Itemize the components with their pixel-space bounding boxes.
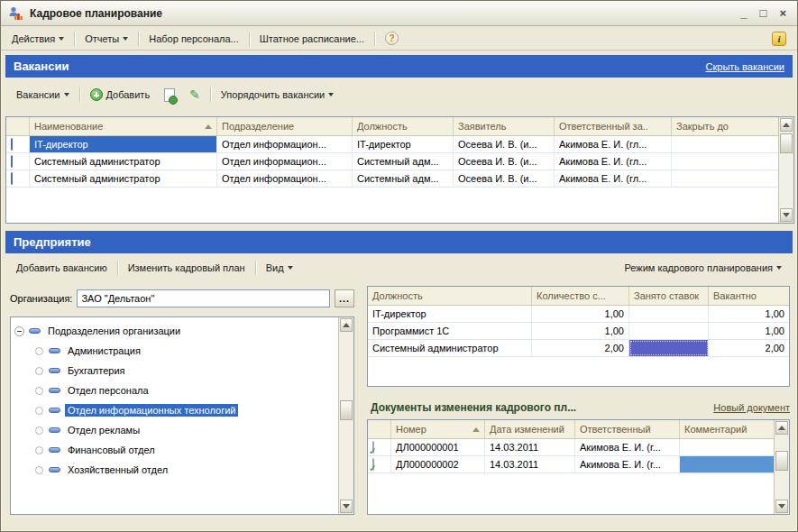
- view-menu-button[interactable]: Вид: [259, 259, 300, 277]
- tree-item-department[interactable]: Отдел рекламы: [11, 420, 338, 440]
- scrollbar-thumb[interactable]: [780, 133, 793, 153]
- copy-vacancy-button[interactable]: [157, 85, 182, 105]
- tree-item-label[interactable]: Отдел рекламы: [65, 424, 142, 436]
- vacancy-responsible-cell[interactable]: Акимова Е. И. (гл...: [555, 170, 672, 187]
- tree-item-label[interactable]: Финансовый отдел: [65, 444, 158, 456]
- vacancy-applicant-cell[interactable]: Осеева И. В. (и...: [454, 153, 555, 170]
- document-row[interactable]: ДЛ000000002 14.03.2011 Акимова Е. И. (г.…: [368, 456, 774, 473]
- vacancy-close-by-cell[interactable]: [672, 153, 778, 170]
- column-header-occupied[interactable]: Занято ставок: [629, 287, 709, 305]
- document-date-cell[interactable]: 14.03.2011: [485, 456, 575, 472]
- vacancy-applicant-cell[interactable]: Осеева И. В. (и...: [454, 170, 555, 187]
- document-responsible-cell[interactable]: Акимова Е. И. (г...: [575, 439, 680, 455]
- maximize-button[interactable]: □: [760, 7, 767, 19]
- vacancy-position-cell[interactable]: Системный адм...: [353, 153, 454, 170]
- edit-vacancy-button[interactable]: ✎: [182, 85, 207, 105]
- vacancy-close-by-cell[interactable]: [672, 136, 778, 152]
- tree-item-department[interactable]: Бухгалтерия: [11, 361, 338, 381]
- scroll-up-button[interactable]: [775, 421, 788, 435]
- position-vacant-cell[interactable]: 1,00: [709, 323, 789, 339]
- position-vacant-cell[interactable]: 2,00: [709, 340, 789, 356]
- new-document-link[interactable]: Новый документ: [713, 402, 790, 413]
- column-header-position[interactable]: Должность: [353, 117, 454, 135]
- order-vacancies-menu-button[interactable]: Упорядочить вакансии: [214, 86, 341, 104]
- add-vacancy-action-button[interactable]: Добавить вакансию: [9, 259, 115, 277]
- position-count-cell[interactable]: 2,00: [532, 340, 629, 356]
- tree-item-department[interactable]: Хозяйственный отдел: [11, 460, 338, 480]
- position-row[interactable]: Системный администратор 2,00 2,00: [368, 340, 789, 357]
- position-name-cell[interactable]: IT-директор: [368, 306, 532, 322]
- vacancy-row[interactable]: Системный администратор Отдел информацио…: [6, 170, 778, 188]
- position-count-cell[interactable]: 1,00: [532, 323, 629, 339]
- tree-item-department[interactable]: Отдел персонала: [11, 381, 338, 400]
- info-button[interactable]: i: [765, 28, 793, 50]
- tree-item-label[interactable]: Хозяйственный отдел: [65, 463, 170, 476]
- tree-item-department-selected[interactable]: Отдел информационных технологий: [11, 400, 338, 420]
- document-comment-cell-selected[interactable]: [680, 456, 774, 472]
- minimize-button[interactable]: _: [740, 7, 747, 19]
- vacancy-position-cell[interactable]: IT-директор: [353, 136, 454, 152]
- staffing-button[interactable]: Штатное расписание...: [252, 30, 371, 48]
- vacancies-menu-button[interactable]: Вакансии: [9, 86, 77, 104]
- tree-item-root[interactable]: Подразделения организации: [11, 321, 338, 341]
- scroll-up-button[interactable]: [780, 118, 793, 132]
- position-occupied-cell-selected[interactable]: [629, 340, 709, 356]
- vacancy-responsible-cell[interactable]: Акимова Е. И. (гл...: [555, 136, 672, 152]
- position-occupied-cell[interactable]: [629, 306, 709, 322]
- document-comment-cell[interactable]: [680, 439, 774, 455]
- vacancy-responsible-cell[interactable]: Акимова Е. И. (гл...: [555, 153, 672, 170]
- vacancy-close-by-cell[interactable]: [672, 170, 778, 187]
- organization-input[interactable]: [77, 289, 330, 307]
- column-header-comment[interactable]: Комментарий: [680, 420, 774, 438]
- vacancy-name-cell[interactable]: Системный администратор: [30, 170, 217, 187]
- position-occupied-cell[interactable]: [629, 323, 709, 339]
- recruitment-button[interactable]: Набор персонала...: [142, 30, 245, 48]
- scrollbar-thumb[interactable]: [775, 451, 788, 471]
- position-row[interactable]: IT-директор 1,00 1,00: [368, 306, 789, 323]
- document-date-cell[interactable]: 14.03.2011: [485, 439, 575, 455]
- vacancy-department-cell[interactable]: Отдел информацион...: [217, 170, 353, 187]
- add-vacancy-button[interactable]: Добавить: [83, 85, 158, 105]
- vacancy-name-cell[interactable]: Системный администратор: [30, 153, 217, 170]
- scrollbar-thumb[interactable]: [340, 400, 353, 420]
- vacancy-department-cell[interactable]: Отдел информацион...: [217, 136, 353, 152]
- column-header-close-by[interactable]: Закрыть до: [672, 117, 778, 135]
- tree-scrollbar[interactable]: [338, 317, 353, 514]
- scroll-down-button[interactable]: [780, 208, 793, 222]
- vacancy-row[interactable]: IT-директор Отдел информацион... IT-дире…: [6, 136, 778, 153]
- document-number-cell[interactable]: ДЛ000000002: [391, 456, 485, 472]
- column-header-applicant[interactable]: Заявитель: [454, 117, 555, 135]
- scroll-down-button[interactable]: [340, 500, 353, 513]
- vacancy-name-cell[interactable]: IT-директор: [30, 136, 217, 152]
- column-header-vacant[interactable]: Вакантно: [709, 287, 789, 305]
- document-responsible-cell[interactable]: Акимова Е. И. (г...: [575, 456, 680, 472]
- vacancies-table-scrollbar[interactable]: [778, 117, 793, 223]
- vacancy-department-cell[interactable]: Отдел информацион...: [217, 153, 353, 170]
- scroll-up-button[interactable]: [340, 318, 353, 332]
- column-header-responsible[interactable]: Ответственный: [575, 420, 680, 438]
- organization-picker-button[interactable]: ...: [335, 289, 354, 307]
- vacancy-row[interactable]: Системный администратор Отдел информацио…: [6, 153, 778, 170]
- column-header-number[interactable]: Номер: [391, 420, 485, 438]
- tree-item-department[interactable]: Финансовый отдел: [11, 440, 338, 460]
- document-number-cell[interactable]: ДЛ000000001: [391, 439, 485, 455]
- close-button[interactable]: ×: [779, 7, 786, 19]
- tree-item-department[interactable]: Администрация: [11, 341, 338, 361]
- position-name-cell[interactable]: Программист 1С: [368, 323, 532, 339]
- column-header-count[interactable]: Количество с...: [532, 287, 629, 305]
- position-count-cell[interactable]: 1,00: [532, 306, 629, 322]
- planning-mode-menu-button[interactable]: Режим кадрового планирования: [617, 259, 789, 277]
- column-header-position[interactable]: Должность: [368, 287, 532, 305]
- position-row[interactable]: Программист 1С 1,00 1,00: [368, 323, 789, 340]
- vacancy-position-cell[interactable]: Системный адм...: [353, 170, 454, 187]
- column-header-name[interactable]: Наименование: [30, 117, 217, 135]
- vacancy-applicant-cell[interactable]: Осеева И. В. (и...: [454, 136, 555, 152]
- hide-vacancies-link[interactable]: Скрыть вакансии: [706, 61, 784, 72]
- tree-item-label[interactable]: Подразделения организации: [45, 325, 183, 337]
- tree-item-label[interactable]: Бухгалтерия: [65, 364, 128, 377]
- document-row[interactable]: ДЛ000000001 14.03.2011 Акимова Е. И. (г.…: [368, 439, 774, 456]
- actions-menu-button[interactable]: Действия: [5, 30, 71, 48]
- help-button[interactable]: ?: [378, 28, 406, 49]
- tree-item-label[interactable]: Отдел персонала: [65, 384, 151, 397]
- position-name-cell[interactable]: Системный администратор: [368, 340, 532, 356]
